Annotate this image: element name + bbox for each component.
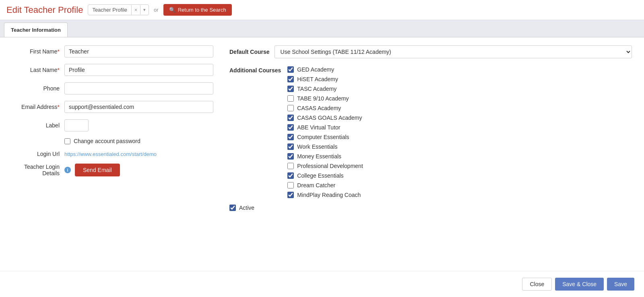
label-label: Label — [12, 122, 64, 129]
course-label-2[interactable]: TASC Academy — [297, 86, 336, 92]
course-label-13[interactable]: MindPlay Reading Coach — [297, 192, 361, 198]
course-checkbox-1[interactable] — [287, 76, 294, 82]
search-icon: 🔍 — [169, 7, 175, 13]
course-checkbox-2[interactable] — [287, 86, 294, 92]
course-label-1[interactable]: HiSET Academy — [297, 76, 338, 82]
course-item: HiSET Academy — [287, 76, 363, 82]
course-label-5[interactable]: CASAS GOALS Academy — [297, 115, 362, 121]
course-label-7[interactable]: Computer Essentials — [297, 134, 349, 140]
course-label-4[interactable]: CASAS Academy — [297, 105, 341, 111]
course-item: CASAS Academy — [287, 105, 363, 111]
last-name-input[interactable] — [64, 64, 213, 76]
first-name-input[interactable] — [64, 45, 213, 57]
login-url-link[interactable]: https://www.essentialed.com/start/demo — [64, 151, 157, 157]
course-checkbox-6[interactable] — [287, 124, 294, 131]
course-label-3[interactable]: TABE 9/10 Academy — [297, 95, 349, 102]
course-checkbox-11[interactable] — [287, 172, 294, 179]
course-item: GED Academy — [287, 66, 363, 73]
info-icon[interactable]: i — [64, 167, 71, 173]
course-checkbox-4[interactable] — [287, 105, 294, 111]
course-item: Money Essentials — [287, 153, 363, 160]
tab-pill-label: Teacher Profile — [88, 5, 131, 15]
course-checkbox-13[interactable] — [287, 192, 294, 198]
label-input[interactable] — [64, 119, 89, 131]
course-checkbox-8[interactable] — [287, 143, 294, 150]
course-label-11[interactable]: College Essentials — [297, 172, 343, 179]
course-item: Work Essentials — [287, 143, 363, 150]
phone-row: Phone — [12, 82, 213, 94]
active-row: Active — [229, 205, 632, 211]
send-email-button[interactable]: Send Email — [75, 164, 120, 176]
course-label-8[interactable]: Work Essentials — [297, 143, 337, 150]
course-item: Computer Essentials — [287, 134, 363, 140]
change-password-checkbox[interactable] — [64, 138, 70, 144]
course-item: MindPlay Reading Coach — [287, 192, 363, 198]
first-name-row: First Name* — [12, 45, 213, 57]
courses-list: GED AcademyHiSET AcademyTASC AcademyTABE… — [287, 66, 363, 198]
or-text: or — [154, 7, 159, 13]
last-name-label: Last Name* — [12, 67, 64, 73]
teacher-login-row: Teacher Login Details i Send Email — [12, 164, 213, 176]
tab-bar: Teacher Information — [0, 20, 644, 37]
change-password-label[interactable]: Change account password — [74, 138, 140, 144]
page-title: Edit Teacher Profile — [6, 5, 83, 15]
email-input[interactable] — [64, 101, 213, 113]
course-label-6[interactable]: ABE Virtual Tutor — [297, 124, 340, 131]
tab-teacher-information[interactable]: Teacher Information — [4, 23, 68, 37]
course-checkbox-3[interactable] — [287, 95, 294, 102]
additional-courses-label: Additional Courses — [229, 66, 287, 198]
teacher-login-label: Teacher Login Details — [12, 164, 64, 176]
tab-pill-close-icon[interactable]: × — [131, 5, 140, 15]
course-checkbox-0[interactable] — [287, 66, 294, 73]
course-item: TABE 9/10 Academy — [287, 95, 363, 102]
phone-input[interactable] — [64, 82, 213, 94]
first-name-label: First Name* — [12, 48, 64, 55]
course-label-12[interactable]: Dream Catcher — [297, 182, 335, 188]
course-label-9[interactable]: Money Essentials — [297, 153, 341, 160]
return-to-search-button[interactable]: 🔍 Return to the Search — [163, 4, 232, 16]
course-item: ABE Virtual Tutor — [287, 124, 363, 131]
email-label: Email Address* — [12, 104, 64, 110]
course-item: CASAS GOALS Academy — [287, 115, 363, 121]
course-checkbox-9[interactable] — [287, 153, 294, 160]
change-password-row: Change account password — [64, 138, 213, 144]
label-row: Label — [12, 119, 213, 131]
last-name-row: Last Name* — [12, 64, 213, 76]
active-label[interactable]: Active — [239, 205, 254, 211]
main-content: First Name* Last Name* Phone Email Addre… — [0, 37, 644, 219]
default-course-row: Default Course Use School Settings (TABE… — [229, 45, 632, 58]
right-panel: Default Course Use School Settings (TABE… — [229, 45, 632, 211]
page-header: Edit Teacher Profile Teacher Profile × ▾… — [0, 0, 644, 20]
login-url-row: Login Url https://www.essentialed.com/st… — [12, 151, 213, 157]
course-checkbox-5[interactable] — [287, 115, 294, 121]
course-checkbox-7[interactable] — [287, 134, 294, 140]
tab-pill[interactable]: Teacher Profile × ▾ — [88, 4, 149, 15]
course-label-0[interactable]: GED Academy — [297, 66, 334, 73]
login-url-label: Login Url — [12, 151, 64, 157]
default-course-select[interactable]: Use School Settings (TABE 11/12 Academy) — [275, 45, 632, 58]
course-label-10[interactable]: Professional Development — [297, 163, 363, 169]
phone-label: Phone — [12, 85, 64, 92]
email-row: Email Address* — [12, 101, 213, 113]
active-checkbox[interactable] — [229, 205, 236, 211]
course-checkbox-12[interactable] — [287, 182, 294, 188]
default-course-label: Default Course — [229, 49, 275, 55]
course-item: Dream Catcher — [287, 182, 363, 188]
course-checkbox-10[interactable] — [287, 163, 294, 169]
left-panel: First Name* Last Name* Phone Email Addre… — [12, 45, 213, 211]
course-item: TASC Academy — [287, 86, 363, 92]
tab-pill-dropdown-icon[interactable]: ▾ — [140, 5, 149, 14]
course-item: Professional Development — [287, 163, 363, 169]
course-item: College Essentials — [287, 172, 363, 179]
additional-courses-section: Additional Courses GED AcademyHiSET Acad… — [229, 66, 632, 198]
